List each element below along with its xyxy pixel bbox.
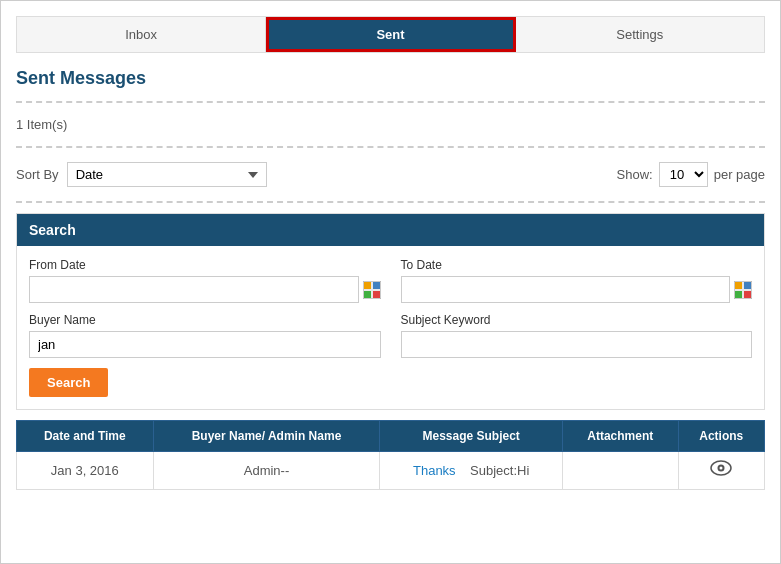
to-date-input[interactable] bbox=[401, 276, 731, 303]
svg-point-12 bbox=[720, 467, 723, 470]
table-row: Jan 3, 2016 Admin-- Thanks Subject:Hi bbox=[17, 452, 765, 490]
subject-keyword-input[interactable] bbox=[401, 331, 753, 358]
subject-keyword-label: Subject Keyword bbox=[401, 313, 753, 327]
svg-rect-3 bbox=[364, 291, 371, 298]
show-right: Show: 10 25 50 per page bbox=[617, 162, 765, 187]
svg-rect-6 bbox=[735, 282, 742, 289]
divider-1 bbox=[16, 101, 765, 103]
svg-rect-7 bbox=[744, 282, 751, 289]
col-header-subject: Message Subject bbox=[380, 421, 563, 452]
tab-inbox[interactable]: Inbox bbox=[17, 17, 266, 52]
show-label: Show: bbox=[617, 167, 653, 182]
search-row-names: Buyer Name Subject Keyword bbox=[29, 313, 752, 358]
divider-2 bbox=[16, 146, 765, 148]
svg-rect-1 bbox=[364, 282, 371, 289]
col-header-datetime: Date and Time bbox=[17, 421, 154, 452]
sort-select[interactable]: Date Subject Buyer Name bbox=[67, 162, 267, 187]
results-table: Date and Time Buyer Name/ Admin Name Mes… bbox=[16, 420, 765, 490]
cell-attachment bbox=[562, 452, 678, 490]
table-header-row: Date and Time Buyer Name/ Admin Name Mes… bbox=[17, 421, 765, 452]
cell-datetime: Jan 3, 2016 bbox=[17, 452, 154, 490]
tab-sent[interactable]: Sent bbox=[266, 17, 515, 52]
svg-rect-9 bbox=[744, 291, 751, 298]
to-date-label: To Date bbox=[401, 258, 753, 272]
tab-bar: Inbox Sent Settings bbox=[16, 16, 765, 53]
per-page-select[interactable]: 10 25 50 bbox=[659, 162, 708, 187]
svg-rect-2 bbox=[373, 282, 380, 289]
subject-keyword-field: Subject Keyword bbox=[401, 313, 753, 358]
to-date-calendar-icon[interactable] bbox=[734, 281, 752, 299]
sort-row: Sort By Date Subject Buyer Name Show: 10… bbox=[16, 156, 765, 193]
buyer-name-field: Buyer Name bbox=[29, 313, 381, 358]
divider-3 bbox=[16, 201, 765, 203]
page-wrapper: Inbox Sent Settings Sent Messages 1 Item… bbox=[0, 0, 781, 564]
col-header-actions: Actions bbox=[678, 421, 764, 452]
from-date-input-row bbox=[29, 276, 381, 303]
cell-buyer-name: Admin-- bbox=[153, 452, 380, 490]
search-panel: Search From Date bbox=[16, 213, 765, 410]
buyer-name-input[interactable] bbox=[29, 331, 381, 358]
search-button[interactable]: Search bbox=[29, 368, 108, 397]
search-panel-header: Search bbox=[17, 214, 764, 246]
view-icon[interactable] bbox=[710, 460, 732, 481]
subject-detail: Subject:Hi bbox=[470, 463, 529, 478]
subject-link[interactable]: Thanks bbox=[413, 463, 456, 478]
tab-settings[interactable]: Settings bbox=[516, 17, 764, 52]
from-date-input[interactable] bbox=[29, 276, 359, 303]
items-count: 1 Item(s) bbox=[16, 111, 765, 138]
col-header-buyer-name: Buyer Name/ Admin Name bbox=[153, 421, 380, 452]
per-page-label: per page bbox=[714, 167, 765, 182]
search-panel-body: From Date bbox=[17, 246, 764, 409]
cell-subject: Thanks Subject:Hi bbox=[380, 452, 563, 490]
to-date-field: To Date bbox=[401, 258, 753, 303]
search-row-dates: From Date bbox=[29, 258, 752, 303]
svg-rect-8 bbox=[735, 291, 742, 298]
from-date-label: From Date bbox=[29, 258, 381, 272]
sort-left: Sort By Date Subject Buyer Name bbox=[16, 162, 267, 187]
page-title: Sent Messages bbox=[16, 68, 765, 89]
col-header-attachment: Attachment bbox=[562, 421, 678, 452]
buyer-name-label: Buyer Name bbox=[29, 313, 381, 327]
from-date-calendar-icon[interactable] bbox=[363, 281, 381, 299]
sort-by-label: Sort By bbox=[16, 167, 59, 182]
to-date-input-row bbox=[401, 276, 753, 303]
cell-actions bbox=[678, 452, 764, 490]
svg-rect-4 bbox=[373, 291, 380, 298]
from-date-field: From Date bbox=[29, 258, 381, 303]
